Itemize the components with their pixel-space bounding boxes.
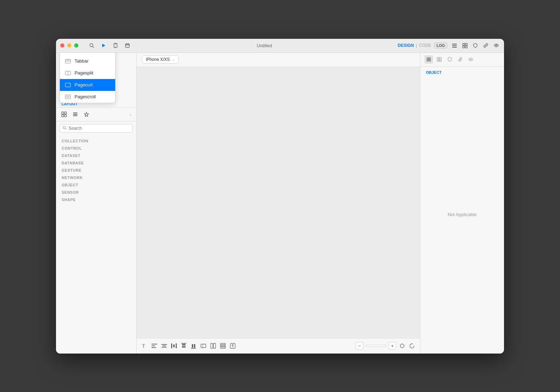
list-view-icon[interactable] [451,42,458,49]
play-icon[interactable] [100,42,107,49]
dropdown-item-navigationbar[interactable]: Navigationbar [60,53,115,55]
device-icon[interactable] [112,42,119,49]
tabbar-icon [65,58,71,64]
titlebar-right: LOG [434,42,500,49]
right-panel: OBJECT Not Applicable [420,53,504,354]
app-window: Untitled DESIGN | CODE LOG [56,39,504,354]
svg-point-17 [496,45,497,46]
svg-rect-75 [220,347,225,348]
dropdown-item-pagecurl[interactable]: Pagecurl [60,79,115,91]
sidebar: PROJECT App [56,53,136,354]
eye-icon[interactable] [493,42,500,49]
category-gesture: GESTURE [56,166,136,173]
svg-marker-50 [84,112,89,116]
eye-properties-icon[interactable] [467,55,475,64]
calendar-icon[interactable] [124,42,131,49]
pagesplit-icon [65,70,71,76]
category-database: DATABASE [56,159,136,166]
svg-line-1 [93,47,94,48]
align-left-icon[interactable] [150,342,158,350]
components-list: COLLECTION CONTROL DATASET DATABASE GEST… [56,135,136,204]
pagescroll-label: Pagescroll [75,94,96,99]
svg-rect-45 [62,115,64,117]
category-dataset: DATASET [56,151,136,159]
svg-rect-69 [201,344,206,348]
svg-point-80 [400,344,404,348]
canvas-footer: T [136,338,420,354]
expand-icon[interactable]: ⌄ [129,112,132,116]
link-icon[interactable] [482,42,489,49]
pagecurl-icon [65,82,71,88]
main-content: PROJECT App [56,53,504,354]
svg-rect-46 [64,115,66,117]
device-chevron-icon: ⌄ [172,58,175,62]
not-applicable-text: Not Applicable [448,212,477,217]
search-icon[interactable] [88,42,95,49]
sidebar-bottom: Navigationbar Tabbar [56,107,136,354]
svg-rect-90 [437,60,439,62]
rotate-icon[interactable] [408,342,416,350]
text-tool-icon[interactable]: T [141,342,148,350]
shield-icon[interactable] [472,42,479,49]
svg-rect-61 [176,343,177,348]
widget-tab-icon[interactable] [60,111,68,118]
close-button[interactable] [60,43,64,48]
fit-to-screen-icon[interactable] [398,342,406,350]
svg-rect-40 [65,95,71,99]
svg-rect-60 [171,343,172,348]
category-control: CONTROL [56,144,136,151]
frame-icon[interactable] [461,42,468,49]
svg-rect-65 [182,346,186,348]
search-input[interactable] [69,126,130,131]
svg-rect-58 [162,345,166,346]
maximize-button[interactable] [74,43,78,48]
svg-text:T: T [142,343,145,349]
align-center-icon[interactable] [160,342,168,350]
svg-point-92 [470,59,471,60]
svg-rect-71 [211,343,213,348]
zoom-out-button[interactable]: − [356,342,363,350]
svg-rect-74 [220,345,225,347]
align-top-icon[interactable] [180,342,188,350]
category-object: OBJECT [56,181,136,188]
canvas-main[interactable] [136,67,420,338]
svg-rect-12 [452,47,457,48]
dropdown-item-pagesplit[interactable]: Pagesplit [60,67,115,79]
titlebar: Untitled DESIGN | CODE LOG [56,39,504,53]
align-bottom-icon[interactable] [190,342,197,350]
design-tab[interactable]: DESIGN [398,43,414,48]
container-icon[interactable] [200,342,207,350]
link-properties-icon[interactable] [456,55,464,64]
pagecurl-label: Pagecurl [75,82,92,87]
stack-icon[interactable] [219,342,227,350]
svg-rect-68 [194,344,195,348]
log-button[interactable]: LOG [434,42,447,49]
toolbar [88,42,131,49]
device-selector[interactable]: iPhone X/XS ⌄ [142,55,178,64]
frame-properties-icon[interactable] [435,55,443,64]
titlebar-center: Untitled [134,43,395,48]
svg-rect-59 [162,347,167,348]
svg-rect-56 [152,347,156,348]
canvas-toolbar: iPhone X/XS ⌄ [136,53,420,67]
svg-rect-49 [73,115,77,116]
scroll-icon[interactable] [229,342,237,350]
svg-rect-87 [427,60,431,61]
dropdown-item-tabbar[interactable]: Tabbar [60,55,115,67]
bottom-panel-tabs: ⌄ [56,108,136,121]
pagescroll-icon [65,94,71,100]
minimize-button[interactable] [67,43,71,48]
code-tab[interactable]: CODE [419,43,431,48]
star-tab-icon[interactable] [83,111,90,118]
split-icon[interactable] [209,342,217,350]
svg-rect-6 [126,44,130,48]
shield-properties-icon[interactable] [446,55,454,64]
list-properties-icon[interactable] [425,55,433,64]
zoom-in-button[interactable]: + [388,342,396,350]
svg-rect-73 [220,343,225,345]
list-tab-icon[interactable] [71,111,79,118]
tabbar-label: Tabbar [75,58,89,64]
svg-rect-43 [62,112,64,114]
distribute-icon[interactable] [170,342,178,350]
dropdown-item-pagescroll[interactable]: Pagescroll [60,91,115,103]
